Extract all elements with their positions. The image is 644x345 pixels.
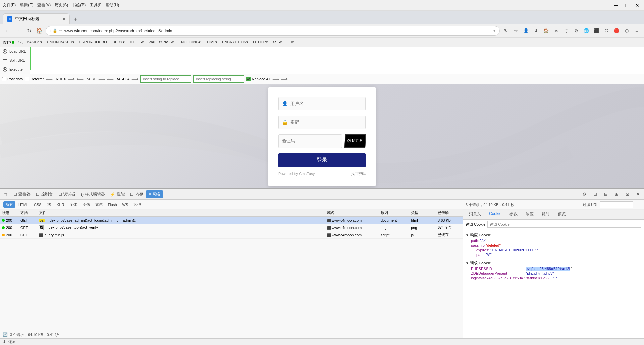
back-button[interactable]: ← <box>3 26 12 36</box>
load-url-button[interactable]: Load URL <box>0 47 30 56</box>
ext-js-button[interactable]: JS <box>551 26 561 36</box>
menu-bookmarks[interactable]: 书签(B) <box>72 2 86 8</box>
hackbar-textarea[interactable] <box>30 47 644 70</box>
table-row[interactable]: 200 GET JS index.php?case=admin&act=logi… <box>0 217 463 224</box>
dt-close-button[interactable]: ✕ <box>633 190 643 199</box>
insert-replacing-input[interactable] <box>193 75 244 83</box>
minimize-button[interactable]: ─ <box>612 1 620 9</box>
download-button[interactable]: ⬇ <box>531 26 541 36</box>
menu-tools[interactable]: 工具(I) <box>90 2 101 8</box>
insert-string-input[interactable] <box>140 75 191 83</box>
tab-preview[interactable]: 预览 <box>554 210 570 219</box>
filter-flash[interactable]: Flash <box>106 202 119 207</box>
debugger-tool[interactable]: ☐ 调试器 <box>56 190 78 198</box>
int-select[interactable]: INT ▾ <box>1 40 16 45</box>
filter-media[interactable]: 媒体 <box>93 201 105 208</box>
devtools-clear-button[interactable]: 🗑 <box>1 191 11 198</box>
network-tool[interactable]: ≡ 网络 <box>146 190 163 198</box>
tab-headers[interactable]: 消息头 <box>465 210 485 219</box>
dt-side-button[interactable]: ⊞ <box>612 190 621 199</box>
menu-history[interactable]: 历史(S) <box>55 2 68 8</box>
filter-url-input[interactable] <box>600 201 633 208</box>
xss-menu[interactable]: XSS▾ <box>271 39 284 45</box>
filter-fonts[interactable]: 字体 <box>67 201 79 208</box>
tab-params[interactable]: 参数 <box>505 210 522 219</box>
menu-file[interactable]: 文件(F) <box>3 2 16 8</box>
tab-timing[interactable]: 耗时 <box>538 210 554 219</box>
home-button[interactable]: 🏠 <box>35 26 44 36</box>
ext5-button[interactable]: 🛡 <box>602 26 611 36</box>
split-url-button[interactable]: Split URL <box>0 56 30 65</box>
filter-js[interactable]: JS <box>45 202 54 207</box>
tools-menu[interactable]: TOOLS▾ <box>127 39 146 45</box>
waf-bypass-menu[interactable]: WAF BYPASS▾ <box>147 39 176 45</box>
dt-settings-button[interactable]: ⚙ <box>580 190 589 199</box>
password-field[interactable]: 🔒 <box>278 116 366 129</box>
replace-all-check[interactable]: Replace All <box>246 77 270 81</box>
menu-button[interactable]: ≡ <box>632 26 641 36</box>
referrer-check[interactable]: Referrer <box>25 77 44 81</box>
filter-xhr[interactable]: XHR <box>54 202 66 207</box>
close-button[interactable]: ✕ <box>633 1 641 9</box>
ext6-button[interactable]: 🔴 <box>612 26 621 36</box>
filter-css[interactable]: CSS <box>32 202 44 207</box>
forward-button[interactable]: → <box>13 26 23 36</box>
menu-edit[interactable]: 编辑(E) <box>20 2 33 8</box>
menu-help[interactable]: 帮助(H) <box>106 2 119 8</box>
ext7-button[interactable]: ⬡ <box>622 26 631 36</box>
filter-images[interactable]: 图像 <box>80 201 92 208</box>
ext3-button[interactable]: 🌐 <box>582 26 591 36</box>
ext2-button[interactable]: ⚙ <box>572 26 581 36</box>
referrer-checkbox[interactable] <box>25 77 29 81</box>
user-icon-button[interactable]: 👤 <box>521 26 531 36</box>
reload-button[interactable]: ↻ <box>24 26 34 36</box>
html-menu[interactable]: HTML▾ <box>203 39 219 45</box>
dt-bottom-button[interactable]: ⊟ <box>601 190 610 199</box>
bookmark-star-button[interactable]: ☆ <box>511 26 521 36</box>
table-row[interactable]: 200 GET ⬛jquery.min.js ⬛www.c4moon.com s… <box>0 231 463 239</box>
captcha-input[interactable] <box>278 134 342 148</box>
post-data-check[interactable]: Post data <box>2 77 23 81</box>
username-field[interactable]: 👤 <box>278 97 366 110</box>
home-nav-button[interactable]: 🏠 <box>541 26 551 36</box>
filter-other[interactable]: 其他 <box>131 201 143 208</box>
password-input[interactable] <box>290 120 362 125</box>
execute-button[interactable]: Execute <box>0 65 30 74</box>
reload-page-button[interactable]: ↻ <box>501 26 511 36</box>
console-tool[interactable]: ☐ 控制台 <box>33 190 56 198</box>
active-tab[interactable]: c 中文网页标题 × <box>3 13 70 24</box>
address-bar[interactable]: ℹ 🔒 ✏ www.c4moon.com/index.php?case=admi… <box>46 26 500 36</box>
performance-tool[interactable]: ⚡ 性能 <box>108 190 127 198</box>
union-based-menu[interactable]: UNION BASED▾ <box>45 39 76 45</box>
inspector-tool[interactable]: ☐ 查看器 <box>11 190 33 198</box>
filter-html[interactable]: HTML <box>16 202 31 207</box>
style-editor-tool[interactable]: () 样式编辑器 <box>78 190 108 198</box>
menu-view[interactable]: 查看(V) <box>37 2 51 8</box>
maximize-button[interactable]: □ <box>623 1 631 9</box>
tab-cookie[interactable]: Cookie <box>485 210 505 219</box>
forgot-password-link[interactable]: 找回密码 <box>351 171 366 176</box>
table-row[interactable]: 200 GET 🖼 index.php?case=tool&act=verify… <box>0 224 463 231</box>
ext4-button[interactable]: ⬛ <box>592 26 601 36</box>
tab-close-button[interactable]: × <box>63 16 65 22</box>
tab-response[interactable]: 响应 <box>522 210 538 219</box>
request-cookie-header[interactable]: ▼ 请求 Cookie <box>466 260 641 266</box>
other-menu[interactable]: OTHER▾ <box>251 39 270 45</box>
memory-tool[interactable]: ☐ 内存 <box>127 190 146 198</box>
sql-basics-menu[interactable]: SQL BASICS▾ <box>16 39 44 45</box>
encoding-menu[interactable]: ENCODING▾ <box>177 39 203 45</box>
lfi-menu[interactable]: LFI▾ <box>285 39 296 45</box>
dt-split-button[interactable]: ⊡ <box>590 190 600 199</box>
filter-ws[interactable]: WS <box>120 202 131 207</box>
error-double-query-menu[interactable]: ERROR/DOUBLE QUERY▾ <box>77 39 127 45</box>
filter-all[interactable]: 所有 <box>3 201 15 208</box>
post-data-checkbox[interactable] <box>2 77 6 81</box>
replace-all-checkbox[interactable] <box>246 77 251 81</box>
cookie-filter-input[interactable] <box>487 221 641 228</box>
response-cookie-header[interactable]: ▼ 响应 Cookie <box>466 232 641 238</box>
encryption-menu[interactable]: ENCRYPTION▾ <box>220 39 250 45</box>
login-button[interactable]: 登录 <box>278 153 366 167</box>
dt-float-button[interactable]: ⊠ <box>623 190 632 199</box>
new-tab-button[interactable]: + <box>71 15 80 24</box>
username-input[interactable] <box>290 101 362 106</box>
